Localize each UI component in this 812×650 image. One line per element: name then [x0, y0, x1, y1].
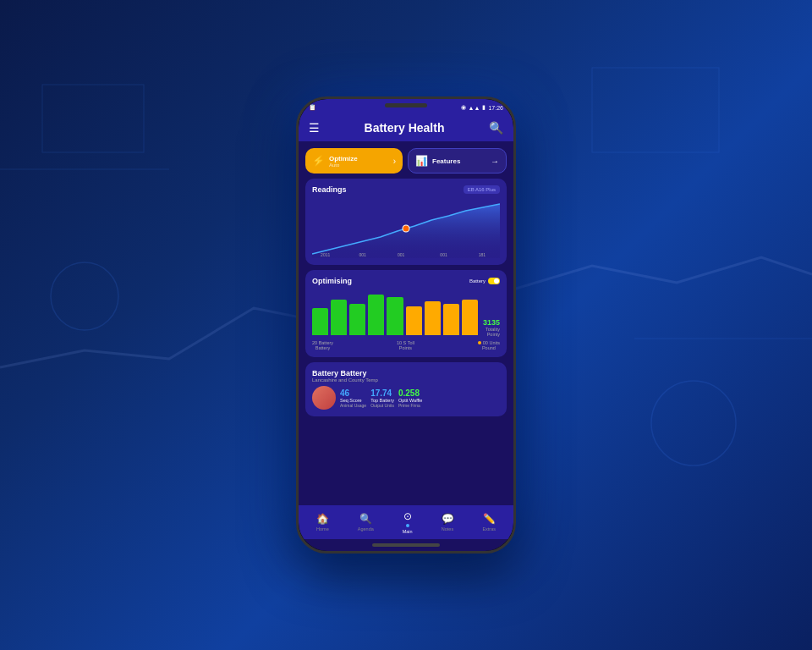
metric-3-value: 0.258: [398, 388, 420, 398]
bar-4: [368, 295, 384, 335]
wifi-icon: ◉: [461, 104, 466, 111]
svg-rect-1: [592, 68, 719, 152]
readings-section: Readings EB A16 Plus: [305, 179, 507, 265]
bar-7: [425, 301, 441, 335]
bar-9: [462, 300, 478, 335]
battery-subtitle: Lancashire and County Temp: [312, 377, 500, 383]
battery-metrics: 46 Seq Score Animal Usage 17.74 Top Batt…: [312, 386, 500, 410]
x-sub-label-2: Points: [397, 345, 414, 350]
time-display: 17:26: [488, 105, 503, 111]
readings-title: Readings: [312, 185, 347, 194]
bar-6: [406, 306, 422, 335]
quick-actions: ⚡ Optimize Auto › 📊 Features →: [305, 148, 507, 174]
toggle-label: Battery: [469, 278, 486, 284]
svg-point-5: [651, 381, 736, 465]
metric-2-sub: Output Units: [370, 403, 394, 408]
app-title: Battery Health: [365, 121, 445, 135]
svg-text:2011: 2011: [321, 252, 330, 257]
readings-header: Readings EB A16 Plus: [312, 185, 500, 194]
optimize-text: Optimize Auto: [329, 155, 358, 168]
svg-rect-0: [42, 85, 144, 152]
nav-extras-label: Extras: [482, 526, 496, 532]
features-text: Features: [432, 157, 460, 165]
signal-bars-icon: ▲▲: [469, 105, 480, 111]
bottom-nav: 🏠 Home 🔍 Agenda ⊙ Main 💬 Notes ✏️ Extras: [299, 505, 513, 539]
nav-extras[interactable]: ✏️ Extras: [482, 513, 496, 532]
nav-main-label: Main: [403, 529, 413, 534]
x-sub-label-1: Battery: [312, 345, 333, 350]
optimising-header: Optimising Battery: [312, 277, 500, 285]
nav-main-dot: [406, 524, 409, 527]
readings-chart: 2011 001 001 001 181: [312, 199, 500, 258]
bar-5: [387, 297, 403, 335]
optimize-title: Optimize: [329, 155, 358, 162]
bar-chart: [312, 290, 478, 337]
bar-3: [349, 304, 365, 335]
nav-main-icon: ⊙: [403, 510, 412, 522]
opt-stats: 20 Battery Battery 10 S Toll Points 00 U…: [312, 340, 500, 350]
features-arrow: →: [491, 157, 499, 166]
metric-1: 46 Seq Score Animal Usage: [340, 388, 366, 408]
battery-icon: ▮: [482, 104, 486, 111]
nav-main[interactable]: ⊙ Main: [403, 510, 413, 534]
metric-1-value: 46: [340, 388, 349, 398]
optimize-card[interactable]: ⚡ Optimize Auto ›: [305, 148, 403, 174]
optimising-toggle[interactable]: Battery: [469, 278, 500, 284]
svg-text:001: 001: [398, 252, 405, 257]
nav-agenda-icon: 🔍: [359, 513, 372, 525]
stat-value: 3135: [483, 318, 500, 327]
battery-header: Battery Battery Lancashire and County Te…: [312, 369, 500, 383]
dot-sub: Pound: [478, 345, 500, 350]
svg-point-4: [51, 262, 118, 330]
optimize-arrow: ›: [393, 157, 396, 166]
nav-notes[interactable]: 💬 Notes: [442, 513, 454, 532]
stat-sub: Pointy: [487, 332, 500, 337]
svg-text:181: 181: [479, 252, 486, 257]
features-card[interactable]: 📊 Features →: [408, 148, 507, 174]
optimising-title: Optimising: [312, 277, 352, 285]
app-header: ☰ Battery Health 🔍: [299, 114, 513, 141]
phone-shell: 📋 ◉ ▲▲ ▮ 17:26 ☰ Battery Health 🔍 ⚡ Opti…: [296, 96, 516, 554]
nav-notes-label: Notes: [442, 526, 453, 532]
metric-3-sub: Prime Firna: [398, 403, 420, 408]
phone-speaker: [385, 103, 427, 107]
app-content: ⚡ Optimize Auto › 📊 Features →: [299, 141, 513, 505]
svg-point-6: [403, 225, 409, 232]
nav-agenda[interactable]: 🔍 Agenda: [358, 513, 374, 532]
nav-notes-icon: 💬: [442, 513, 454, 525]
battery-section: Battery Battery Lancashire and County Te…: [305, 362, 507, 416]
features-title: Features: [432, 157, 460, 165]
optimising-section: Optimising Battery: [305, 270, 507, 357]
bar-8: [443, 304, 459, 335]
optimize-subtitle: Auto: [329, 162, 358, 168]
search-icon[interactable]: 🔍: [489, 121, 503, 135]
nav-home[interactable]: 🏠 Home: [316, 513, 329, 532]
bar-1: [312, 308, 328, 335]
svg-text:001: 001: [440, 252, 447, 257]
features-icon: 📊: [415, 155, 428, 167]
svg-text:001: 001: [359, 252, 367, 257]
readings-badge: EB A16 Plus: [464, 185, 500, 194]
metric-2-value: 17.74: [370, 388, 392, 398]
nav-home-label: Home: [316, 526, 329, 532]
optimize-icon: ⚡: [312, 155, 325, 167]
home-bar: [372, 543, 440, 547]
status-icons: ◉ ▲▲ ▮ 17:26: [461, 104, 503, 111]
battery-title: Battery Battery: [312, 369, 500, 377]
metric-3: 0.258 Optit Waffle Prime Firna: [398, 388, 422, 408]
metric-1-sub: Animal Usage: [340, 403, 366, 408]
nav-extras-icon: ✏️: [483, 513, 496, 525]
metric-2: 17.74 Top Battery Output Units: [370, 388, 394, 408]
bar-2: [331, 300, 347, 335]
menu-icon[interactable]: ☰: [309, 121, 320, 135]
phone-screen: 📋 ◉ ▲▲ ▮ 17:26 ☰ Battery Health 🔍 ⚡ Opti…: [299, 99, 513, 551]
status-icon-grid: 📋: [309, 104, 316, 111]
nav-home-icon: 🏠: [316, 513, 329, 525]
nav-agenda-label: Agenda: [358, 526, 374, 532]
toggle-switch[interactable]: [488, 278, 500, 284]
avatar: [312, 386, 336, 410]
